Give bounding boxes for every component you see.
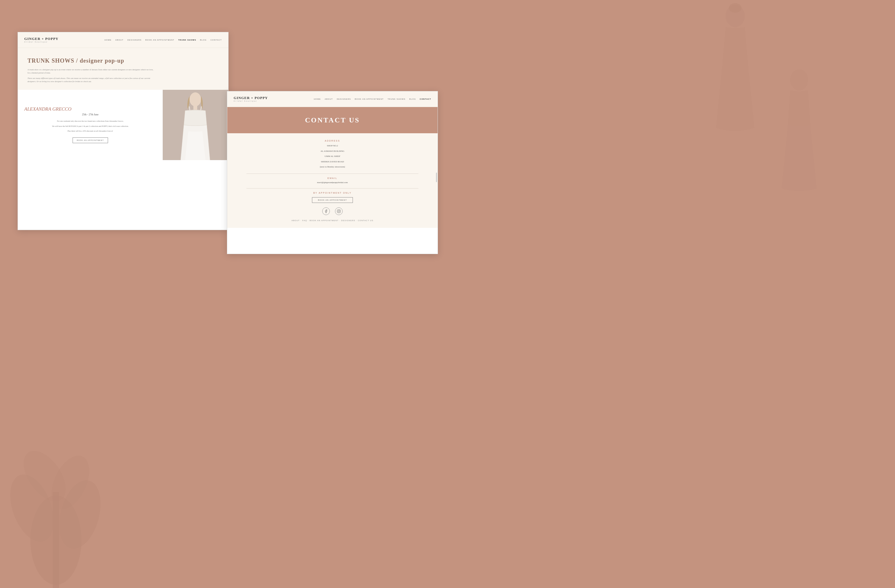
nav-book-contact[interactable]: BOOK AN APPOINTMENT (355, 98, 384, 100)
book-appointment-btn-trunk[interactable]: BOOK AN APPOINTMENT (73, 138, 108, 143)
facebook-icon[interactable] (322, 208, 330, 215)
logo-title-trunk: GINGER + POPPY (24, 37, 59, 41)
instagram-icon[interactable] (335, 208, 343, 215)
svg-point-8 (790, 69, 808, 91)
contact-email-value: mavi@gingerandpoppybridal.com (234, 181, 431, 184)
logo-subtitle-trunk: bridal boutique (24, 41, 59, 43)
nav-header-trunk: GINGER + POPPY bridal boutique HOME ABOU… (18, 32, 228, 48)
nav-home-contact[interactable]: HOME (314, 98, 321, 100)
logo-contact[interactable]: GINGER + POPPY bridal boutique (234, 96, 268, 102)
svg-point-7 (729, 3, 742, 13)
svg-point-15 (338, 210, 340, 212)
contact-address-line3: UMM AL SHEIF (234, 155, 431, 159)
trunk-hero-title: TRUNK SHOWS / designer pop-up (27, 58, 218, 64)
contact-divider-2 (246, 188, 419, 189)
contact-address-line4: SHEIKH ZAYED ROAD (234, 160, 431, 164)
contact-appointment-section: BY APPOINTMENT ONLY BOOK AN APPOINTMENT (234, 192, 431, 203)
svg-point-10 (190, 92, 201, 106)
card-section-trunk: ALEXANDRA GRECCO 25th - 27th June For on… (18, 90, 228, 160)
nav-trunkshows-contact[interactable]: TRUNK SHOWS (387, 98, 405, 100)
nav-book-trunk[interactable]: BOOK AN APPOINTMENT (146, 39, 174, 41)
contact-hero-title: CONTACT US (234, 116, 431, 124)
logo-subtitle-contact: bridal boutique (234, 100, 268, 102)
trunk-hero-text2: There are many different types of trunk … (27, 77, 155, 83)
contact-address-section: ADDRESS SHOP NO.2 AL ASMAWI BUILDING UMM… (234, 139, 431, 169)
contact-footer-links: ABOUT · FAQ · BOOK AN APPOINTMENT · DESI… (234, 220, 431, 221)
designer-date: 25th - 27th June (24, 113, 156, 116)
hero-section-trunk: TRUNK SHOWS / designer pop-up A trunk sh… (18, 48, 228, 90)
card-content-trunk: ALEXANDRA GRECCO 25th - 27th June For on… (18, 90, 163, 160)
designer-name: ALEXANDRA GRECCO (24, 106, 156, 112)
nav-contact-active[interactable]: CONTACT (420, 98, 431, 100)
social-icons-section (234, 208, 431, 215)
nav-designers-contact[interactable]: DESIGNERS (337, 98, 350, 100)
nav-header-contact: GINGER + POPPY bridal boutique HOME ABOU… (227, 91, 438, 107)
trunk-hero-text1: A trunk show or a designer pop up is an … (27, 68, 155, 75)
nav-trunkshows-trunk[interactable]: TRUNK SHOWS (178, 39, 196, 41)
contact-book-btn[interactable]: BOOK AN APPOINTMENT (312, 197, 353, 203)
scrollbar[interactable] (436, 173, 437, 182)
logo-trunk[interactable]: GINGER + POPPY bridal boutique (24, 37, 59, 43)
card-image-trunk (163, 90, 228, 160)
svg-point-16 (340, 210, 340, 211)
nav-blog-contact[interactable]: BLOG (409, 98, 416, 100)
svg-line-12 (189, 106, 190, 111)
card-text-3: Plus there will be a 10% discount on all… (24, 130, 156, 133)
window-contact: GINGER + POPPY bridal boutique HOME ABOU… (227, 91, 438, 254)
card-text-2: We will have the full BOTANICA part 1 & … (24, 125, 156, 128)
nav-about-contact[interactable]: ABOUT (325, 98, 333, 100)
nav-blog-trunk[interactable]: BLOG (200, 39, 207, 41)
card-text-1: For one weekend only discover the two br… (24, 120, 156, 123)
window-trunk-shows: GINGER + POPPY bridal boutique HOME ABOU… (18, 32, 229, 230)
nav-home-trunk[interactable]: HOME (105, 39, 112, 41)
contact-email-section: EMAIL mavi@gingerandpoppybridal.com (234, 177, 431, 184)
contact-address-line2: AL ASMAWI BUILDING (234, 149, 431, 153)
nav-about-trunk[interactable]: ABOUT (115, 39, 124, 41)
contact-appt-label: BY APPOINTMENT ONLY (234, 192, 431, 194)
contact-body: ADDRESS SHOP NO.2 AL ASMAWI BUILDING UMM… (227, 133, 438, 228)
svg-line-13 (201, 106, 202, 111)
contact-hero: CONTACT US (227, 107, 438, 133)
svg-rect-14 (337, 210, 340, 213)
nav-designers-trunk[interactable]: DESIGNERS (127, 39, 141, 41)
contact-address-line1: SHOP NO.2 (234, 144, 431, 148)
contact-address-note: (next to Bentley showroom) (234, 165, 431, 169)
nav-trunk: HOME ABOUT DESIGNERS BOOK AN APPOINTMENT… (105, 39, 222, 41)
contact-address-label: ADDRESS (234, 139, 431, 142)
nav-contact-trunk[interactable]: CONTACT (210, 39, 222, 41)
logo-title-contact: GINGER + POPPY (234, 96, 268, 100)
contact-email-label: EMAIL (234, 177, 431, 179)
nav-contact: HOME ABOUT DESIGNERS BOOK AN APPOINTMENT… (314, 98, 431, 100)
